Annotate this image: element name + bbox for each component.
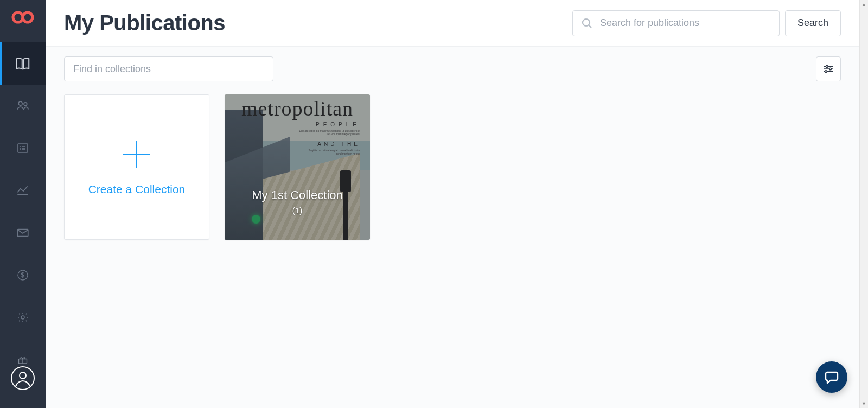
window-scrollbar[interactable]: ▲ ▼ bbox=[859, 0, 868, 408]
sidebar-nav bbox=[0, 42, 46, 397]
gear-icon bbox=[16, 311, 29, 324]
sidebar-item-forms[interactable] bbox=[0, 127, 46, 169]
create-collection-card[interactable]: Create a Collection bbox=[64, 94, 209, 240]
svg-point-1 bbox=[23, 12, 33, 22]
sidebar-item-publications[interactable] bbox=[0, 42, 46, 85]
search-icon bbox=[580, 17, 593, 30]
svg-point-18 bbox=[20, 372, 26, 379]
book-open-icon bbox=[15, 55, 31, 72]
sidebar-item-account[interactable] bbox=[0, 362, 46, 397]
publications-search-input[interactable] bbox=[600, 17, 771, 29]
collection-overlay: My 1st Collection (1) bbox=[225, 94, 370, 240]
collection-card[interactable]: metropolitan PEOPLE Duis at est in leo m… bbox=[225, 94, 370, 240]
chart-line-icon bbox=[16, 183, 30, 197]
list-box-icon bbox=[16, 142, 29, 155]
plus-icon bbox=[121, 138, 152, 170]
publications-search[interactable] bbox=[572, 10, 780, 36]
sliders-icon bbox=[822, 63, 834, 75]
collections-grid: Create a Collection metropolitan PEOPLE … bbox=[64, 94, 841, 240]
sidebar-item-people[interactable] bbox=[0, 85, 46, 127]
search-button[interactable]: Search bbox=[785, 10, 841, 36]
sidebar-item-analytics[interactable] bbox=[0, 169, 46, 212]
svg-point-2 bbox=[18, 101, 22, 105]
find-collections-input[interactable] bbox=[64, 56, 273, 81]
sidebar bbox=[0, 0, 46, 408]
sidebar-item-mail[interactable] bbox=[0, 212, 46, 254]
sidebar-item-settings[interactable] bbox=[0, 296, 46, 339]
brand-logo bbox=[11, 10, 34, 27]
header-actions: Search bbox=[572, 10, 841, 36]
collections-toolbar bbox=[64, 56, 841, 81]
sidebar-item-billing[interactable] bbox=[0, 254, 46, 296]
gift-icon bbox=[17, 356, 28, 365]
dollar-circle-icon bbox=[16, 269, 29, 282]
help-chat-button[interactable] bbox=[816, 361, 847, 393]
users-icon bbox=[16, 99, 30, 113]
svg-point-3 bbox=[24, 103, 27, 106]
collection-name: My 1st Collection bbox=[252, 188, 343, 202]
svg-point-14 bbox=[21, 316, 24, 319]
svg-point-26 bbox=[825, 71, 827, 73]
svg-line-20 bbox=[589, 25, 591, 28]
svg-point-22 bbox=[826, 66, 828, 68]
account-avatar-icon bbox=[10, 366, 35, 391]
filter-button[interactable] bbox=[816, 56, 841, 81]
svg-point-19 bbox=[583, 19, 590, 26]
svg-rect-12 bbox=[17, 229, 28, 237]
page-header: My Publications Search bbox=[46, 0, 859, 47]
scroll-down-arrow[interactable]: ▼ bbox=[861, 399, 866, 408]
scroll-track[interactable] bbox=[860, 9, 868, 399]
svg-point-24 bbox=[829, 68, 832, 70]
collection-count: (1) bbox=[292, 206, 302, 215]
envelope-icon bbox=[16, 226, 30, 240]
chat-icon bbox=[824, 369, 839, 385]
scroll-up-arrow[interactable]: ▲ bbox=[861, 0, 866, 9]
create-collection-label: Create a Collection bbox=[88, 183, 186, 196]
page-title: My Publications bbox=[64, 11, 225, 35]
svg-point-0 bbox=[13, 12, 23, 22]
main-area: My Publications Search bbox=[46, 0, 859, 408]
content: Create a Collection metropolitan PEOPLE … bbox=[46, 47, 859, 408]
